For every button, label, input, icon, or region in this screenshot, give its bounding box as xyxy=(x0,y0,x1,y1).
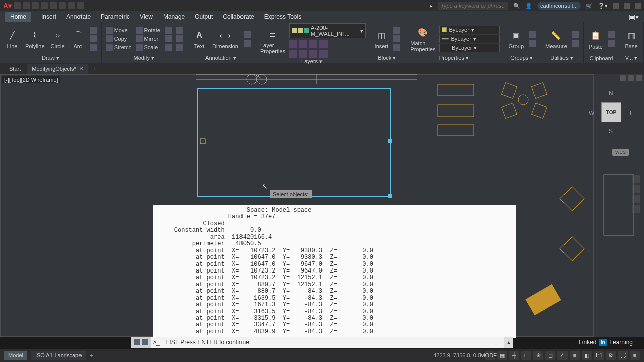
qat-undo-icon[interactable] xyxy=(59,2,66,9)
tab-home[interactable]: Home xyxy=(5,12,31,22)
scale-button[interactable]: Scale xyxy=(135,43,162,51)
restore-button[interactable] xyxy=(624,3,630,9)
gear-icon[interactable]: ⚙ xyxy=(606,351,616,360)
lineweight-dropdown[interactable]: ━━ ByLayer ▾ xyxy=(439,35,500,43)
panel-block-title[interactable]: Block ▾ xyxy=(372,54,401,62)
rotate-button[interactable]: Rotate xyxy=(135,26,162,34)
grid-icon[interactable]: ▦ xyxy=(497,351,507,360)
app-store-icon[interactable]: 🛒 xyxy=(586,3,593,9)
panel-annotation-title[interactable]: Annotation ▾ xyxy=(190,54,252,62)
panel-clipboard-title[interactable]: Clipboard xyxy=(587,55,616,62)
cmd-customize-icon[interactable] xyxy=(142,339,148,345)
ungroup-button[interactable] xyxy=(528,31,537,39)
user-menu[interactable]: cadfmconsult... xyxy=(537,2,581,10)
array-button[interactable] xyxy=(164,43,173,51)
command-prompt[interactable]: LIST Press ENTER to continue: xyxy=(162,339,504,346)
tab-add-button[interactable]: + xyxy=(89,64,100,73)
search-input[interactable] xyxy=(438,2,508,10)
tab-close-icon[interactable]: × xyxy=(79,65,83,72)
navigation-bar[interactable] xyxy=(632,175,641,213)
tab-start[interactable]: Start xyxy=(4,64,26,73)
circle-button[interactable]: ○Circle xyxy=(49,27,67,50)
line-button[interactable]: ╱Line xyxy=(3,27,21,50)
tab-insert[interactable]: Insert xyxy=(41,13,56,20)
qat-new-icon[interactable] xyxy=(14,2,21,9)
ortho-icon[interactable]: ∟ xyxy=(521,351,531,360)
tab-parametric[interactable]: Parametric xyxy=(101,13,130,20)
select-button[interactable] xyxy=(571,39,580,47)
zoom-icon[interactable] xyxy=(632,195,640,203)
panel-groups-title[interactable]: Groups ▾ xyxy=(506,54,537,62)
layout-add-button[interactable]: + xyxy=(90,352,93,358)
panel-modify-title[interactable]: Modify ▾ xyxy=(105,54,184,62)
orbit-icon[interactable] xyxy=(632,205,640,213)
osnap-icon[interactable]: ◻ xyxy=(545,351,555,360)
transparency-icon[interactable]: ◧ xyxy=(582,351,592,360)
full-nav-wheel-icon[interactable] xyxy=(632,175,640,183)
minimize-button[interactable] xyxy=(613,3,619,9)
dimension-button[interactable]: ⟷Dimension xyxy=(210,27,240,50)
match-properties-button[interactable]: 🎨Match Properties xyxy=(408,24,437,53)
qat-share-icon[interactable] xyxy=(77,2,84,9)
view-cube[interactable]: N E S W TOP xyxy=(589,89,634,135)
trim-button[interactable] xyxy=(164,26,173,34)
customize-icon[interactable]: ≡ xyxy=(630,351,640,360)
cut-button[interactable] xyxy=(607,31,616,39)
model-tab[interactable]: Model xyxy=(4,351,27,360)
panel-utilities-title[interactable]: Utilities ▾ xyxy=(543,54,580,62)
pan-icon[interactable] xyxy=(632,185,640,193)
cmd-history-icon[interactable]: ▴ xyxy=(504,337,513,348)
qat-save-icon[interactable] xyxy=(32,2,39,9)
tab-view[interactable]: View xyxy=(140,13,153,20)
group-edit-button[interactable] xyxy=(528,39,537,47)
panel-layers-title[interactable]: Layers ▾ xyxy=(258,58,366,65)
layout-tab[interactable]: ISO A1-Landscape xyxy=(31,351,86,360)
arc-button[interactable]: ⌒Arc xyxy=(69,27,87,50)
polar-icon[interactable]: ✳ xyxy=(533,351,543,360)
layer-properties-button[interactable]: ≣Layer Properties xyxy=(258,26,287,55)
wcs-badge[interactable]: WCS xyxy=(612,149,629,156)
cube-top-face[interactable]: TOP xyxy=(601,102,621,122)
tab-output[interactable]: Output xyxy=(195,13,213,20)
panel-viewbase-title[interactable]: V... ▾ xyxy=(622,54,640,62)
tab-express[interactable]: Express Tools xyxy=(264,13,301,20)
tab-file[interactable]: ModifyingObjects*× xyxy=(27,64,88,74)
snap-icon[interactable]: ┼ xyxy=(509,351,519,360)
text-window[interactable]: Space: Model space Handle = 37e7 Closed … xyxy=(153,205,516,338)
fillet-button[interactable] xyxy=(164,35,173,43)
qat-redo-icon[interactable] xyxy=(68,2,75,9)
copyclip-button[interactable] xyxy=(607,39,616,47)
erase-button[interactable] xyxy=(175,26,184,34)
calculator-button[interactable] xyxy=(571,31,580,39)
edit-block-button[interactable] xyxy=(392,35,401,43)
mirror-button[interactable]: Mirror xyxy=(135,35,162,43)
offset-button[interactable] xyxy=(175,43,184,51)
draw-ellipse-button[interactable] xyxy=(89,43,98,51)
base-button[interactable]: ▥Base xyxy=(622,27,640,50)
search-icon[interactable]: 🔍 xyxy=(513,3,520,9)
group-button[interactable]: ▣Group xyxy=(506,27,526,50)
insert-button[interactable]: ◫Insert xyxy=(372,27,390,50)
create-block-button[interactable] xyxy=(392,26,401,34)
panel-properties-title[interactable]: Properties ▾ xyxy=(408,54,500,62)
leader-button[interactable] xyxy=(243,31,252,39)
measure-button[interactable]: 📏Measure xyxy=(543,27,569,50)
cmd-close-icon[interactable] xyxy=(134,339,140,345)
command-line[interactable]: >_ LIST Press ENTER to continue: ▴ xyxy=(131,337,513,348)
tab-annotate[interactable]: Annotate xyxy=(66,13,91,20)
stretch-button[interactable]: Stretch xyxy=(105,43,133,51)
close-button[interactable] xyxy=(635,3,641,9)
table-button[interactable] xyxy=(243,39,252,47)
layer-dropdown[interactable]: A-200-M_WALL_INT... ▾ xyxy=(289,23,366,38)
copy-button[interactable]: Copy xyxy=(105,35,133,43)
fullscreen-icon[interactable]: ⛶ xyxy=(618,351,628,360)
layer-tools[interactable] xyxy=(289,40,366,58)
qat-plot-icon[interactable] xyxy=(50,2,57,9)
qat-saveas-icon[interactable] xyxy=(41,2,48,9)
tab-manage[interactable]: Manage xyxy=(163,13,185,20)
tab-collaborate[interactable]: Collaborate xyxy=(223,13,254,20)
scale-readout[interactable]: 1:1 xyxy=(594,351,604,360)
text-button[interactable]: AText xyxy=(190,27,208,50)
color-dropdown[interactable]: ByLayer ▾ xyxy=(439,26,500,34)
draw-boundary-button[interactable] xyxy=(89,35,98,43)
